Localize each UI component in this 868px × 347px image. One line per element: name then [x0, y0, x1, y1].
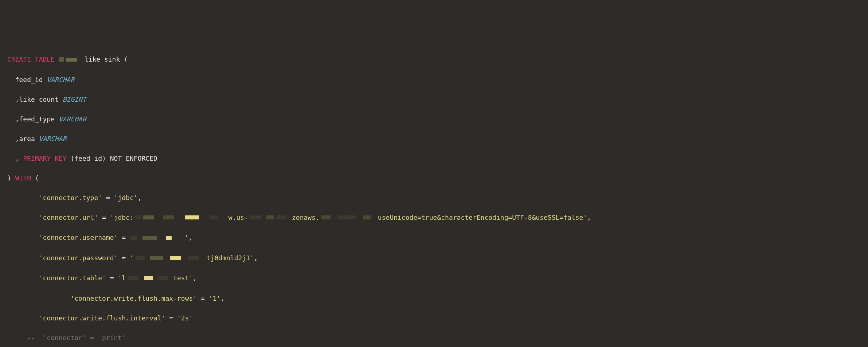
- config-val: zonaws.: [292, 214, 320, 221]
- code-line: ,like_count BIGINT: [7, 94, 861, 104]
- code-line: 'connector.table' = 'ltest',: [7, 273, 861, 284]
- eq: =: [165, 314, 177, 322]
- config-key: 'connector.write.flush.interval': [7, 314, 165, 322]
- punct: ,: [7, 155, 23, 162]
- code-line: 'connector.username' = ',: [7, 233, 861, 243]
- redacted: [320, 213, 378, 223]
- eq: =: [106, 274, 118, 282]
- svg-rect-15: [166, 236, 172, 240]
- code-line: CREATE TABLE _like_sink (: [7, 54, 861, 65]
- config-key: 'connector.username': [7, 234, 118, 241]
- type: VARCHAR: [47, 76, 74, 83]
- code-line: ) WITH (: [7, 173, 861, 183]
- comma: ,: [220, 295, 224, 302]
- keyword: WITH: [15, 174, 31, 182]
- svg-rect-11: [338, 215, 356, 219]
- comma: ,: [188, 234, 192, 241]
- svg-rect-20: [128, 276, 138, 280]
- config-val: w.us-: [228, 214, 248, 221]
- code-line: ,feed_type VARCHAR: [7, 114, 861, 124]
- svg-rect-19: [188, 256, 199, 260]
- type: VARCHAR: [59, 115, 86, 123]
- comma: ,: [138, 194, 142, 202]
- comma: ,: [587, 214, 591, 221]
- config-val: useUnicode=true&characterEncoding=UTF-8&…: [378, 214, 587, 221]
- punct: (: [31, 174, 39, 182]
- svg-rect-16: [136, 256, 145, 260]
- eq: =: [118, 254, 130, 262]
- column: ,like_count: [7, 95, 63, 103]
- code-line: 'connector.write.flush.interval' = '2s': [7, 313, 861, 323]
- config-val: test': [173, 274, 193, 282]
- svg-rect-5: [185, 215, 199, 219]
- column: ,area: [7, 135, 39, 143]
- comma: ,: [193, 274, 197, 282]
- comma: ,: [254, 254, 258, 262]
- redacted: [126, 274, 173, 284]
- config-val: 'l: [118, 274, 126, 282]
- svg-rect-1: [66, 58, 77, 62]
- config-key: 'connector.table': [7, 274, 106, 282]
- code-line: feed_id VARCHAR: [7, 75, 861, 85]
- eq: =: [118, 234, 130, 241]
- redacted: [134, 253, 207, 263]
- type: VARCHAR: [39, 135, 67, 143]
- table-name: _like_sink (: [81, 55, 128, 63]
- config-val: ': [130, 254, 134, 262]
- svg-rect-2: [134, 215, 141, 219]
- code-line: 'connector.password' = 'tj0dmnld2j1',: [7, 253, 861, 264]
- svg-rect-18: [170, 256, 181, 260]
- pk-cols: (feed_id) NOT ENFORCED: [67, 155, 157, 162]
- svg-rect-6: [210, 215, 218, 219]
- eq: =: [102, 194, 114, 202]
- config-key: 'connector.url': [7, 214, 98, 221]
- svg-rect-22: [159, 276, 168, 280]
- svg-rect-14: [142, 236, 157, 240]
- code-line: , PRIMARY KEY (feed_id) NOT ENFORCED: [7, 153, 861, 163]
- config-key: 'connector.write.flush.max-rows': [7, 295, 197, 302]
- config-val: 'jdbc': [114, 194, 138, 202]
- eq: =: [98, 214, 110, 221]
- svg-rect-3: [143, 215, 154, 219]
- redacted: [248, 213, 292, 223]
- keyword: CREATE TABLE: [7, 55, 55, 63]
- eq: =: [197, 295, 209, 302]
- code-line: ,area VARCHAR: [7, 134, 861, 144]
- code-line: 'connector.url' = 'jdbc:w.us-zonaws.useU…: [7, 213, 861, 223]
- config-val: '2s': [177, 314, 193, 322]
- svg-rect-0: [59, 57, 64, 62]
- code-line: -- 'connector' = 'print': [7, 333, 861, 343]
- svg-rect-21: [144, 276, 153, 280]
- config-key: 'connector.type': [7, 194, 102, 202]
- column: feed_id: [7, 76, 47, 83]
- column: ,feed_type: [7, 115, 59, 123]
- config-val: 'jdbc:: [110, 214, 134, 221]
- redacted: [130, 233, 184, 243]
- keyword: PRIMARY KEY: [23, 155, 66, 162]
- code-line: 'connector.type' = 'jdbc',: [7, 193, 861, 203]
- comment: -- 'connector' = 'print': [7, 334, 126, 342]
- svg-rect-13: [130, 236, 137, 240]
- type: BIGINT: [63, 95, 86, 103]
- config-key: 'connector.password': [7, 254, 118, 262]
- svg-rect-10: [321, 215, 331, 219]
- config-val: ': [184, 234, 188, 241]
- code-line: 'connector.write.flush.max-rows' = '1',: [7, 293, 861, 303]
- svg-rect-17: [150, 256, 163, 260]
- redacted: [59, 55, 81, 65]
- config-val: tj0dmnld2j1': [207, 254, 254, 262]
- config-val: '1': [209, 295, 221, 302]
- redacted: [134, 213, 228, 223]
- svg-rect-7: [250, 215, 261, 219]
- code-editor: CREATE TABLE _like_sink ( feed_id VARCHA…: [7, 44, 861, 347]
- punct: ): [7, 174, 15, 182]
- svg-rect-12: [363, 215, 371, 219]
- svg-rect-9: [277, 215, 286, 219]
- svg-rect-4: [163, 215, 174, 219]
- svg-rect-8: [266, 215, 274, 219]
